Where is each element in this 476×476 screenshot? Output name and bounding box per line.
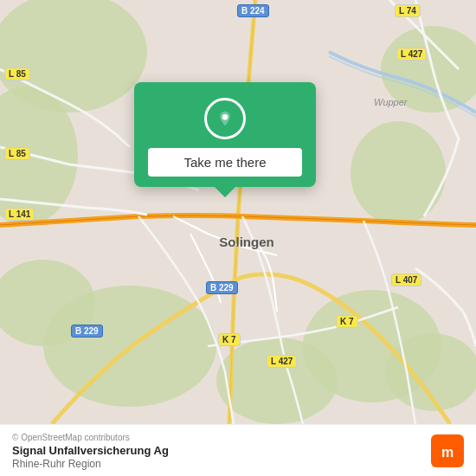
location-name: Signal Unfallversicherung Ag (12, 444, 431, 457)
location-info: © OpenStreetMap contributors Signal Unfa… (12, 432, 431, 470)
road-label-b224: B 224 (237, 4, 269, 17)
road-label-b229-left: B 229 (71, 325, 103, 338)
svg-point-12 (223, 114, 228, 119)
road-label-l85-mid: L 85 (4, 147, 30, 160)
map-svg: Solingen (0, 0, 476, 424)
road-label-l427-bot: L 427 (267, 355, 297, 368)
bottom-bar: © OpenStreetMap contributors Signal Unfa… (0, 424, 476, 476)
svg-point-7 (216, 338, 338, 424)
wupper-label: Wupper (374, 97, 408, 107)
map-area[interactable]: Solingen B 224 L 74 L 427 L 85 L 85 L 14… (0, 0, 476, 424)
road-label-l74: L 74 (395, 4, 421, 17)
location-popup: Take me there (134, 82, 316, 187)
svg-text:Solingen: Solingen (219, 235, 273, 249)
region-name: Rhine-Ruhr Region (12, 458, 431, 470)
svg-point-4 (351, 121, 446, 225)
attribution-text: © OpenStreetMap contributors (12, 432, 431, 443)
moovit-logo-svg: m (431, 434, 464, 467)
road-label-b229-mid: B 229 (206, 281, 238, 294)
road-label-k7-right: K 7 (336, 315, 358, 328)
map-container: Solingen B 224 L 74 L 427 L 85 L 85 L 14… (0, 0, 476, 476)
svg-text:m: m (441, 445, 453, 460)
location-icon (204, 98, 246, 139)
pin-icon (216, 110, 234, 127)
road-label-l407: L 407 (391, 273, 421, 286)
road-label-l141: L 141 (4, 208, 35, 221)
road-label-l85-top: L 85 (4, 68, 30, 80)
road-label-k7-left: K 7 (218, 333, 241, 346)
take-me-there-button[interactable]: Take me there (148, 148, 302, 177)
road-label-l427-top: L 427 (396, 48, 427, 61)
moovit-logo: m (431, 434, 464, 467)
